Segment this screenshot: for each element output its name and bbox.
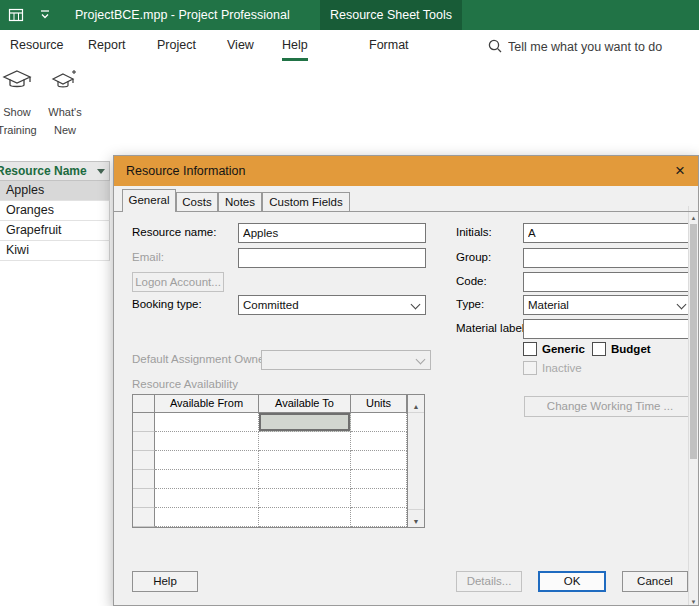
- grid-row-header[interactable]: [133, 489, 155, 508]
- tab-view[interactable]: View: [227, 30, 254, 58]
- code-input[interactable]: [523, 272, 692, 292]
- grid-row[interactable]: [133, 470, 424, 489]
- checkbox-icon[interactable]: [523, 342, 537, 356]
- scroll-down-icon[interactable]: [689, 590, 698, 605]
- tab-project[interactable]: Project: [157, 30, 196, 58]
- grid-cell[interactable]: [259, 432, 351, 451]
- grid-row-header[interactable]: [133, 451, 155, 470]
- show-training-button[interactable]: Show Training: [0, 66, 40, 144]
- grid-cell[interactable]: [259, 470, 351, 489]
- booking-type-dropdown[interactable]: Committed: [238, 295, 426, 315]
- tab-costs[interactable]: Costs: [176, 192, 218, 211]
- close-icon[interactable]: ×: [668, 159, 692, 183]
- scrollbar-thumb[interactable]: [690, 224, 697, 459]
- tab-custom-fields[interactable]: Custom Fields: [262, 192, 350, 211]
- inactive-checkbox: Inactive: [523, 361, 582, 375]
- checkbox-icon[interactable]: [592, 342, 606, 356]
- grid-col-units: Units: [351, 395, 407, 413]
- tab-resource[interactable]: Resource: [10, 30, 64, 58]
- dialog-titlebar[interactable]: Resource Information ×: [114, 156, 698, 186]
- ribbon: Show Training What's New: [0, 62, 699, 154]
- budget-checkbox-label: Budget: [611, 343, 651, 355]
- grid-cell[interactable]: [155, 470, 259, 489]
- sheet-row-apples[interactable]: Apples: [0, 181, 110, 201]
- grid-cell[interactable]: [259, 451, 351, 470]
- sheet-row-grapefruit[interactable]: Grapefruit: [0, 221, 110, 241]
- resource-name-label: Resource name:: [132, 226, 216, 238]
- resource-name-input[interactable]: [238, 223, 426, 243]
- resource-name-column-header[interactable]: Resource Name: [0, 161, 110, 181]
- grid-row-header[interactable]: [133, 470, 155, 489]
- grid-row-header[interactable]: [133, 432, 155, 451]
- grid-selected-cell[interactable]: [259, 413, 351, 432]
- contextual-tab-resource-sheet-tools: Resource Sheet Tools: [320, 0, 462, 30]
- cancel-button[interactable]: Cancel: [622, 571, 688, 592]
- booking-type-label: Booking type:: [132, 298, 202, 310]
- grid-row[interactable]: [133, 508, 424, 527]
- grid-cell[interactable]: [155, 489, 259, 508]
- material-label-input[interactable]: [523, 319, 692, 339]
- app-window: ProjectBCE.mpp - Project Professional Re…: [0, 0, 699, 606]
- grid-cell[interactable]: [351, 470, 407, 489]
- tell-me-search-input[interactable]: [506, 35, 690, 59]
- grid-row[interactable]: [133, 489, 424, 508]
- grid-cell[interactable]: [155, 451, 259, 470]
- grid-row[interactable]: [133, 451, 424, 470]
- tab-general[interactable]: General: [122, 189, 176, 212]
- type-dropdown[interactable]: Material: [523, 295, 692, 315]
- grid-cell[interactable]: [351, 451, 407, 470]
- grid-cell[interactable]: [155, 432, 259, 451]
- whats-new-button[interactable]: What's New: [42, 66, 88, 144]
- scroll-up-icon[interactable]: [689, 206, 698, 221]
- code-label: Code:: [456, 275, 487, 287]
- quick-access-customize-icon[interactable]: [38, 8, 52, 22]
- grid-cell[interactable]: [351, 432, 407, 451]
- grid-row[interactable]: [133, 432, 424, 451]
- resource-name-header-label: Resource Name: [0, 164, 87, 178]
- booking-type-value: Committed: [243, 299, 299, 311]
- resource-information-dialog: Resource Information × General Costs Not…: [113, 155, 699, 606]
- tab-report[interactable]: Report: [88, 30, 126, 58]
- grid-cell[interactable]: [155, 508, 259, 527]
- sheet-row-kiwi[interactable]: Kiwi: [0, 241, 110, 261]
- grid-cell[interactable]: [259, 508, 351, 527]
- initials-label: Initials:: [456, 226, 492, 238]
- group-input[interactable]: [523, 248, 692, 268]
- default-assignment-owner-label: Default Assignment Owner:: [132, 353, 271, 365]
- email-input: [238, 248, 426, 268]
- sheet-row-oranges[interactable]: Oranges: [0, 201, 110, 221]
- initials-input[interactable]: [523, 223, 692, 243]
- dialog-scrollbar[interactable]: [688, 206, 698, 605]
- availability-grid[interactable]: Available From Available To Units: [132, 394, 425, 528]
- help-button[interactable]: Help: [132, 571, 198, 592]
- grid-row-header[interactable]: [133, 413, 155, 432]
- chevron-down-icon: [416, 355, 426, 365]
- type-value: Material: [528, 299, 569, 311]
- grid-scroll-up-icon[interactable]: [408, 395, 424, 413]
- graduation-cap-icon: [0, 68, 40, 98]
- titlebar: ProjectBCE.mpp - Project Professional Re…: [0, 0, 699, 30]
- budget-checkbox[interactable]: Budget: [592, 342, 651, 356]
- grid-cell[interactable]: [351, 508, 407, 527]
- tab-format[interactable]: Format: [369, 30, 409, 58]
- grid-cell[interactable]: [259, 489, 351, 508]
- window-title: ProjectBCE.mpp - Project Professional: [75, 0, 290, 30]
- whats-new-label: What's New: [48, 106, 81, 136]
- grid-cell[interactable]: [351, 413, 407, 432]
- grid-col-available-from: Available From: [155, 395, 259, 413]
- tab-notes[interactable]: Notes: [218, 192, 262, 211]
- grid-cell[interactable]: [155, 413, 259, 432]
- logon-account-button: Logon Account...: [132, 272, 224, 292]
- ok-button[interactable]: OK: [538, 571, 606, 592]
- grid-scroll-down-icon[interactable]: [408, 509, 424, 527]
- tab-help[interactable]: Help: [282, 30, 308, 61]
- tab-divider: [114, 211, 698, 212]
- generic-checkbox[interactable]: Generic: [523, 342, 585, 356]
- app-icon[interactable]: [8, 7, 24, 23]
- column-filter-icon[interactable]: [97, 169, 105, 174]
- grid-scrollbar[interactable]: [407, 395, 424, 527]
- grid-cell[interactable]: [351, 489, 407, 508]
- grid-row[interactable]: [133, 413, 424, 432]
- grid-row-header[interactable]: [133, 508, 155, 527]
- search-icon[interactable]: [487, 38, 503, 54]
